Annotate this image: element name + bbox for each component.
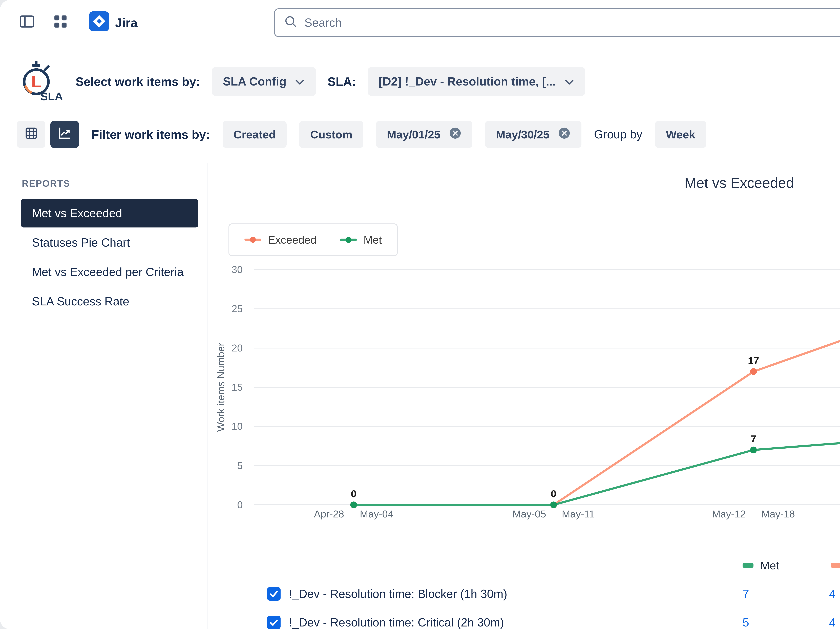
jira-sla-app-window: Jira Create ⚙ NL L	[0, 0, 840, 629]
row-checkbox[interactable]	[267, 608, 289, 629]
svg-text:0: 0	[551, 488, 556, 499]
custom-filter-button[interactable]: Custom	[299, 121, 363, 148]
exceeded-column-header: Exceeded	[797, 552, 840, 579]
row-checkbox[interactable]	[267, 580, 289, 608]
clear-date-icon[interactable]	[449, 127, 461, 142]
custom-filter-label: Custom	[310, 128, 352, 141]
sla-header-row: L SLA Select work items by: SLA Config S…	[0, 57, 840, 106]
met-vs-exceeded-line-chart: 051015202530Apr-28 — May-04May-05 — May-…	[214, 261, 840, 529]
filter-work-items-label: Filter work items by:	[92, 128, 210, 141]
svg-text:30: 30	[232, 264, 243, 275]
reports-sidebar: REPORTS Met vs Exceeded Statuses Pie Cha…	[0, 163, 207, 629]
filter-toolbar: Filter work items by: Created Custom May…	[0, 118, 840, 151]
select-work-items-label: Select work items by:	[76, 74, 200, 89]
created-filter-button[interactable]: Created	[223, 121, 287, 148]
svg-text:10: 10	[232, 421, 243, 432]
legend-label: Met	[363, 234, 382, 246]
svg-text:May-12 — May-18: May-12 — May-18	[712, 508, 795, 520]
svg-text:0: 0	[237, 499, 243, 510]
main-content: REPORTS Met vs Exceeded Statuses Pie Cha…	[0, 163, 840, 629]
sidebar-item-statuses-pie-chart[interactable]: Statuses Pie Chart	[21, 228, 198, 257]
chart-legend: Exceeded Met	[229, 223, 398, 256]
app-switcher-button[interactable]	[47, 9, 74, 36]
legend-item-exceeded[interactable]: Exceeded	[245, 234, 316, 246]
sla-criteria-name: !_Dev - Resolution time: Blocker (1h 30m…	[289, 580, 709, 608]
svg-text:17: 17	[748, 355, 759, 366]
met-value-link[interactable]: 5	[742, 616, 749, 629]
sla-select-dropdown[interactable]: [D2] !_Dev - Resolution time, [...	[368, 67, 585, 96]
legend-label: Exceeded	[268, 234, 316, 246]
svg-text:20: 20	[232, 342, 243, 354]
svg-text:0: 0	[351, 488, 356, 499]
sidebar-item-sla-success-rate[interactable]: SLA Success Rate	[21, 287, 198, 316]
exceeded-value-link[interactable]: 4	[829, 587, 835, 601]
collapse-sidebar-button[interactable]	[13, 9, 40, 36]
search-icon	[283, 14, 298, 31]
date-from-value: May/01/25	[387, 128, 441, 141]
svg-text:May-05 — May-11: May-05 — May-11	[512, 508, 595, 520]
created-filter-label: Created	[234, 128, 276, 141]
sidebar-item-met-vs-exceeded[interactable]: Met vs Exceeded	[21, 199, 198, 228]
app-name-label: Jira	[115, 16, 137, 30]
clear-date-icon[interactable]	[558, 127, 570, 142]
svg-text:15: 15	[232, 381, 243, 393]
chevron-down-icon	[295, 75, 305, 88]
jira-logo-icon	[89, 11, 109, 34]
svg-text:25: 25	[232, 303, 243, 314]
table-view-button[interactable]	[17, 121, 45, 148]
group-by-value: Week	[666, 128, 695, 141]
svg-text:5: 5	[237, 460, 243, 471]
app-switcher-grid-icon	[53, 14, 68, 32]
view-toggle	[17, 121, 79, 148]
svg-text:7: 7	[751, 433, 756, 444]
met-header-label: Met	[760, 559, 779, 572]
chevron-down-icon	[564, 75, 574, 88]
date-to-value: May/30/25	[496, 128, 549, 141]
sla-label: SLA:	[328, 74, 356, 89]
met-marker	[742, 563, 753, 568]
search-input[interactable]	[305, 16, 840, 29]
met-column-header: Met	[709, 552, 797, 579]
sla-config-dropdown[interactable]: SLA Config	[212, 67, 316, 96]
exceeded-value-link[interactable]: 4	[829, 616, 835, 629]
met-legend-marker	[340, 237, 357, 243]
svg-text:L: L	[32, 73, 41, 91]
top-navigation-bar: Jira Create ⚙ NL	[0, 0, 840, 45]
grid-view-icon	[24, 126, 38, 143]
svg-text:SLA: SLA	[40, 90, 63, 102]
jira-home-link[interactable]: Jira	[89, 11, 137, 34]
sla-config-dropdown-value: SLA Config	[223, 75, 286, 88]
exceeded-legend-marker	[245, 237, 261, 243]
group-by-label: Group by	[594, 128, 643, 141]
svg-text:Work items Number: Work items Number	[215, 343, 226, 432]
exceeded-marker	[831, 563, 840, 568]
sla-criteria-name: !_Dev - Resolution time: Critical (2h 30…	[289, 608, 709, 629]
sidebar-item-met-vs-exceeded-per-criteria[interactable]: Met vs Exceeded per Criteria	[21, 258, 198, 286]
sla-plugin-logo: L SLA	[17, 58, 64, 105]
sla-criteria-table: Met Exceeded !_Dev - Resolution time: Bl…	[267, 551, 840, 629]
met-value-link[interactable]: 7	[742, 587, 749, 601]
sidebar-panel-icon	[17, 12, 36, 33]
date-from-chip[interactable]: May/01/25	[376, 121, 472, 148]
reports-heading: REPORTS	[22, 178, 207, 189]
global-search-box[interactable]	[274, 8, 840, 37]
report-chart-area: Met vs Exceeded Exceeded Met 05101520253…	[207, 163, 840, 629]
chart-view-button[interactable]	[51, 121, 79, 148]
group-by-chip[interactable]: Week	[655, 121, 706, 148]
chart-title: Met vs Exceeded	[214, 175, 840, 191]
date-to-chip[interactable]: May/30/25	[485, 121, 581, 148]
svg-text:Apr-28 — May-04: Apr-28 — May-04	[314, 508, 393, 520]
line-chart-icon	[58, 126, 72, 143]
sla-select-dropdown-value: [D2] !_Dev - Resolution time, [...	[379, 75, 556, 88]
legend-item-met[interactable]: Met	[340, 234, 382, 246]
